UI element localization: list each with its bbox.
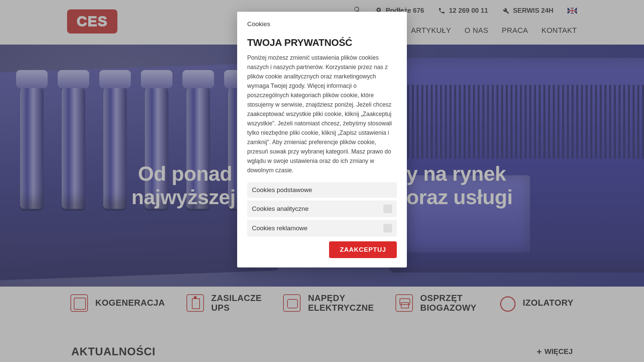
- modal-overlay: Cookies TWOJA PRYWATNOŚĆ Poniżej możesz …: [0, 0, 644, 362]
- modal-title: TWOJA PRYWATNOŚĆ: [247, 37, 397, 48]
- cookie-row-ads[interactable]: Cookies reklamowe: [247, 220, 397, 237]
- cookie-row-label: Cookies podstawowe: [252, 186, 312, 194]
- cookie-modal: Cookies TWOJA PRYWATNOŚĆ Poniżej możesz …: [237, 12, 407, 267]
- modal-small-label: Cookies: [247, 20, 397, 28]
- toggle-ads[interactable]: [383, 224, 392, 233]
- toggle-analytics[interactable]: [383, 204, 392, 213]
- cookie-row-analytics[interactable]: Cookies analityczne: [247, 200, 397, 217]
- cookie-row-basic[interactable]: Cookies podstawowe: [247, 182, 397, 198]
- cookie-row-label: Cookies analityczne: [252, 205, 309, 213]
- accept-button[interactable]: ZAAKCEPTUJ: [329, 241, 397, 258]
- cookie-row-label: Cookies reklamowe: [252, 225, 308, 232]
- modal-body-text: Poniżej możesz zmienić ustawienia plików…: [247, 53, 397, 175]
